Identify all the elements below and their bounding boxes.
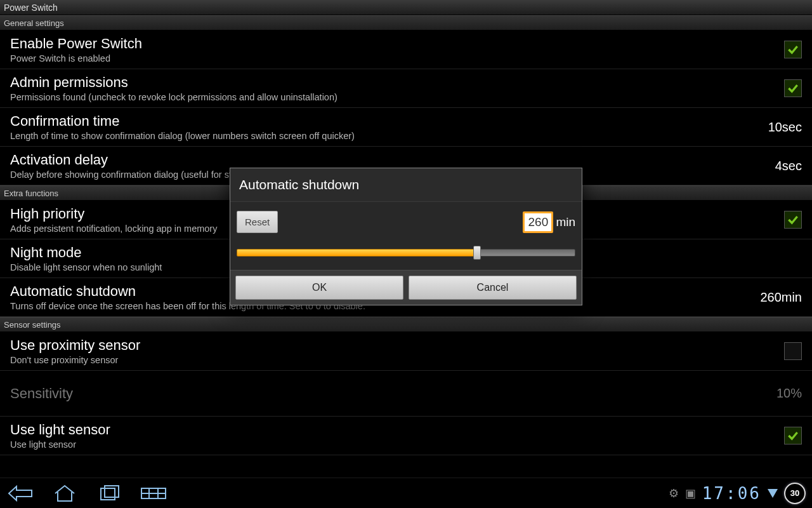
- checkbox-proximity[interactable]: [784, 342, 802, 360]
- row-title: Use proximity sensor: [10, 337, 774, 354]
- row-value: 10%: [764, 386, 802, 401]
- shutdown-value-input[interactable]: [523, 211, 553, 233]
- row-title: Confirmation time: [10, 113, 756, 130]
- row-subtitle: Power Switch is enabled: [10, 53, 774, 64]
- grid-icon[interactable]: [140, 483, 167, 504]
- section-header-sensor: Sensor settings: [0, 317, 812, 332]
- check-icon: [787, 429, 799, 442]
- shutdown-slider[interactable]: [237, 246, 575, 260]
- row-admin-permissions[interactable]: Admin permissions Permissions found (unc…: [0, 69, 812, 108]
- row-title: Enable Power Switch: [10, 36, 774, 52]
- row-sensitivity: Sensitivity 10%: [0, 371, 812, 417]
- row-confirmation-time[interactable]: Confirmation time Length of time to show…: [0, 108, 812, 147]
- row-light-sensor[interactable]: Use light sensor Use light sensor: [0, 417, 812, 455]
- reset-button[interactable]: Reset: [237, 211, 278, 233]
- screenshot-icon[interactable]: ▣: [685, 486, 696, 500]
- wifi-icon: [768, 489, 778, 498]
- checkbox-enable[interactable]: [784, 41, 802, 58]
- recent-apps-icon[interactable]: [95, 483, 123, 504]
- svg-rect-1: [105, 486, 119, 497]
- cancel-button[interactable]: Cancel: [409, 276, 577, 300]
- home-icon[interactable]: [51, 483, 79, 504]
- section-header-general: General settings: [0, 15, 812, 30]
- ok-button[interactable]: OK: [235, 276, 403, 300]
- svg-rect-0: [101, 488, 115, 500]
- row-subtitle: Use light sensor: [10, 439, 774, 450]
- gear-icon[interactable]: ⚙: [669, 486, 679, 500]
- check-icon: [787, 213, 799, 226]
- back-icon[interactable]: [6, 483, 34, 504]
- checkbox-priority[interactable]: [784, 211, 802, 229]
- clock: 17:06: [702, 484, 761, 503]
- check-icon: [787, 82, 799, 95]
- row-enable-power-switch[interactable]: Enable Power Switch Power Switch is enab…: [0, 30, 812, 69]
- checkbox-light[interactable]: [784, 427, 802, 444]
- slider-thumb[interactable]: [473, 246, 481, 260]
- check-icon: [787, 43, 799, 56]
- battery-icon: 30: [784, 483, 806, 504]
- row-subtitle: Permissions found (uncheck to revoke loc…: [10, 92, 774, 102]
- row-subtitle: Length of time to show confirmation dial…: [10, 131, 756, 141]
- shutdown-unit-label: min: [556, 215, 575, 229]
- row-title: Activation delay: [10, 152, 763, 168]
- row-value: 4sec: [763, 159, 802, 173]
- system-bar: ⚙ ▣ 17:06 30: [0, 478, 812, 508]
- row-title: Use light sensor: [10, 422, 774, 438]
- checkbox-admin[interactable]: [784, 79, 802, 97]
- dialog-title: Automatic shutdown: [230, 168, 582, 202]
- row-title: Sensitivity: [10, 385, 764, 402]
- dialog-automatic-shutdown: Automatic shutdown Reset min OK Cancel: [230, 168, 582, 305]
- slider-fill: [237, 249, 477, 257]
- row-title: Admin permissions: [10, 74, 774, 91]
- row-value: 10sec: [756, 120, 802, 135]
- row-proximity-sensor[interactable]: Use proximity sensor Don't use proximity…: [0, 332, 812, 371]
- row-subtitle: Don't use proximity sensor: [10, 355, 774, 365]
- row-value: 260min: [747, 290, 802, 305]
- app-title: Power Switch: [0, 0, 812, 15]
